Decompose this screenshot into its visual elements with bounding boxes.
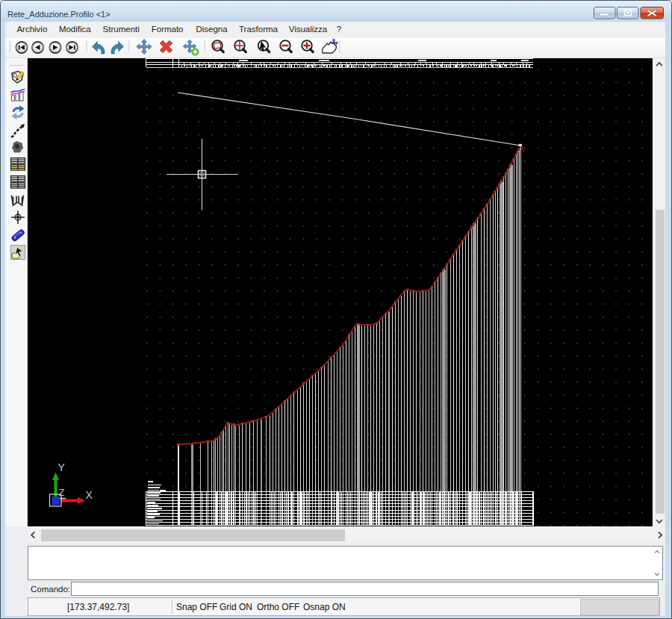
svg-text:Z: Z bbox=[59, 487, 65, 498]
svg-text:X: X bbox=[86, 489, 93, 501]
svg-text:Y: Y bbox=[58, 461, 66, 473]
